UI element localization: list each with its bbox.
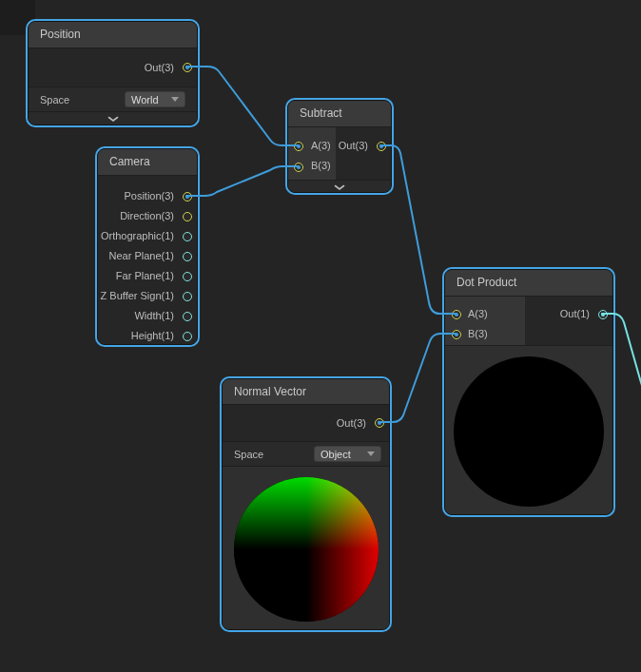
node-title[interactable]: Dot Product: [445, 270, 612, 297]
node-normal-vector[interactable]: Normal Vector Out(3) Space Object: [222, 378, 390, 630]
normal-y-green-channel: [234, 477, 379, 622]
node-dot-product[interactable]: Dot Product A(3) B(3) Out(1): [444, 269, 613, 515]
port-height-vec1[interactable]: [183, 332, 192, 341]
port-out-vec3[interactable]: [375, 418, 384, 428]
dropdown-caret-icon: [367, 451, 375, 456]
port-z-buffer-sign-vec1[interactable]: [183, 292, 192, 301]
space-dropdown-value: Object: [320, 449, 351, 460]
node-position[interactable]: Position Out(3) Space World: [28, 21, 198, 125]
shader-graph-canvas[interactable]: Position Out(3) Space World Camera Posit…: [0, 0, 641, 672]
port-a-vec3[interactable]: [452, 310, 461, 319]
port-b-vec3[interactable]: [294, 163, 303, 172]
chevron-down-icon: [107, 116, 119, 123]
port-position-vec3[interactable]: [183, 192, 192, 202]
preview-sphere-black: [454, 356, 604, 507]
node-title[interactable]: Normal Vector: [223, 379, 389, 405]
collapse-button[interactable]: [29, 111, 197, 125]
port-b-vec3[interactable]: [452, 330, 461, 339]
dropdown-caret-icon: [171, 97, 179, 102]
port-near-plane-vec1[interactable]: [183, 252, 192, 261]
port-width-vec1[interactable]: [183, 312, 192, 321]
space-dropdown[interactable]: World: [125, 91, 185, 107]
node-camera[interactable]: Camera Position(3) Direction(3) Orthogra…: [97, 148, 198, 345]
normal-vector-preview: [223, 466, 389, 630]
port-label-out: Out(3): [145, 62, 174, 73]
space-dropdown[interactable]: Object: [314, 446, 381, 462]
node-title[interactable]: Subtract: [288, 101, 391, 127]
chevron-down-icon: [334, 184, 345, 191]
edge-position-out-to-subtract-a[interactable]: [186, 67, 298, 145]
port-direction-vec3[interactable]: [183, 212, 192, 221]
preview-sphere-normals: [234, 477, 379, 622]
dot-product-preview: [445, 345, 612, 515]
port-out-vec3[interactable]: [377, 142, 386, 151]
port-a-vec3[interactable]: [294, 142, 303, 151]
port-far-plane-vec1[interactable]: [183, 272, 192, 281]
port-label-b: B(3): [288, 156, 391, 176]
port-out-vec3[interactable]: [183, 63, 192, 72]
port-label-out: Out(3): [339, 136, 368, 156]
space-label: Space: [40, 94, 69, 106]
space-dropdown-value: World: [131, 94, 159, 106]
port-label-out: Out(3): [337, 417, 366, 429]
node-subtract[interactable]: Subtract A(3) B(3) Out(3): [287, 100, 392, 193]
node-title[interactable]: Camera: [98, 149, 197, 176]
port-orthographic-vec1[interactable]: [183, 232, 192, 241]
edge-camera-position-to-subtract-b[interactable]: [186, 166, 298, 196]
node-title[interactable]: Position: [29, 22, 197, 48]
collapse-button[interactable]: [288, 180, 391, 193]
space-label: Space: [234, 449, 263, 460]
port-label-out: Out(1): [560, 304, 590, 324]
port-out-vec1[interactable]: [598, 310, 608, 319]
port-label-b: B(3): [445, 324, 612, 344]
